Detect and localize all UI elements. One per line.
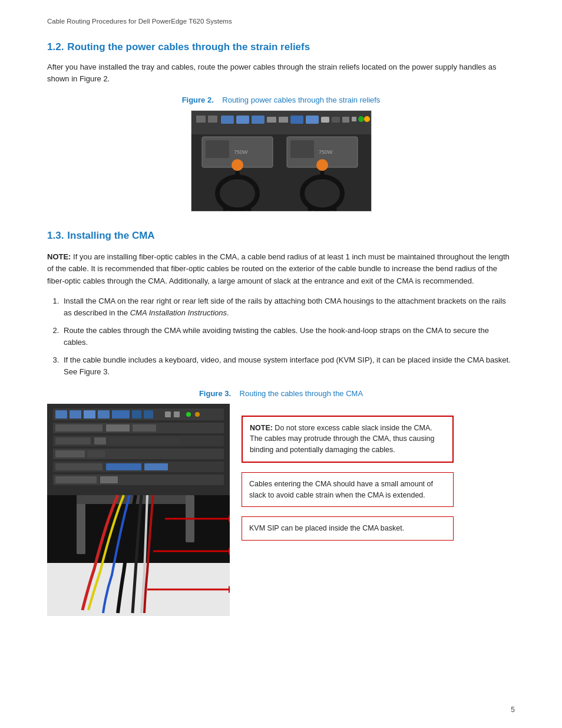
figure-2-container: Figure 2. Routing power cables through t…	[47, 95, 515, 213]
svg-marker-74	[229, 586, 230, 593]
callout-2: Cables entering the CMA should have a sm…	[242, 472, 454, 508]
svg-rect-1	[196, 116, 206, 123]
figure-3-caption: Figure 3. Routing the cables through the…	[199, 389, 363, 398]
svg-marker-70	[229, 515, 230, 522]
callout-2-body: Cables entering the CMA should have a sm…	[249, 480, 433, 499]
figure-3-area: Figure 3. Routing the cables through the…	[47, 389, 515, 616]
page-number: 5	[511, 706, 515, 714]
callout-1: NOTE: Do not store excess cable slack in…	[242, 416, 454, 463]
svg-rect-60	[144, 463, 168, 470]
svg-rect-35	[55, 410, 67, 419]
svg-point-22	[232, 159, 243, 171]
svg-line-26	[224, 208, 227, 211]
svg-rect-9	[306, 116, 319, 124]
svg-line-31	[333, 208, 336, 211]
callout-3-body: KVM SIP can be placed inside the CMA bas…	[249, 524, 404, 532]
svg-rect-43	[174, 411, 180, 417]
svg-rect-10	[321, 117, 329, 123]
callout-1-body: Do not store excess cable slack inside t…	[250, 424, 434, 454]
svg-rect-53	[109, 437, 180, 444]
step-3-text: If the cable bundle includes a keyboard,…	[64, 355, 511, 376]
callout-3: KVM SIP can be placed inside the CMA bas…	[242, 516, 454, 541]
breadcrumb-text: Cable Routing Procedures for Dell PowerE…	[47, 18, 232, 25]
breadcrumb: Cable Routing Procedures for Dell PowerE…	[47, 18, 515, 25]
svg-rect-13	[352, 117, 356, 121]
step-1-after: .	[227, 308, 229, 317]
svg-rect-7	[279, 117, 288, 123]
svg-text:750W: 750W	[319, 149, 333, 155]
svg-rect-52	[94, 437, 106, 444]
svg-point-44	[186, 412, 191, 417]
figure-2-image-box: 750W 750W	[191, 110, 372, 212]
callouts-column: NOTE: Do not store excess cable slack in…	[242, 404, 515, 551]
step-1-italic: CMA Installation Instructions	[130, 308, 227, 317]
figure-3-svg	[47, 404, 230, 616]
figure-3-title: Routing the cables through the CMA	[240, 389, 363, 398]
svg-rect-8	[290, 116, 303, 124]
svg-rect-51	[55, 437, 91, 444]
svg-point-14	[358, 116, 364, 122]
svg-rect-41	[144, 410, 153, 419]
svg-rect-37	[84, 410, 95, 419]
figure-3-image	[47, 404, 230, 616]
svg-rect-3	[221, 116, 234, 124]
figure-2-svg: 750W 750W	[191, 111, 371, 211]
svg-rect-12	[342, 117, 349, 123]
section-13-note: NOTE: If you are installing fiber-optic …	[47, 251, 515, 286]
section-12-heading: 1.2.Routing the power cables through the…	[47, 41, 515, 53]
figure-3-content: NOTE: Do not store excess cable slack in…	[47, 404, 515, 616]
svg-point-15	[364, 116, 370, 122]
svg-rect-63	[100, 476, 118, 483]
svg-point-28	[302, 177, 342, 210]
section-12-number: 1.2.	[47, 41, 64, 52]
svg-point-23	[316, 159, 328, 171]
svg-rect-39	[112, 410, 130, 419]
svg-rect-48	[106, 424, 130, 431]
step-3: If the cable bundle includes a keyboard,…	[61, 354, 515, 378]
svg-rect-42	[165, 411, 171, 417]
svg-rect-47	[55, 424, 103, 431]
section-13-heading: 1.3.Installing the CMA	[47, 230, 515, 242]
step-1: Install the CMA on the rear right or rea…	[61, 295, 515, 319]
figure-2-caption: Figure 2. Routing power cables through t…	[47, 95, 515, 104]
note-body: If you are installing fiber-optic cables…	[47, 252, 510, 285]
svg-rect-38	[98, 410, 110, 419]
svg-rect-36	[70, 410, 81, 419]
svg-rect-40	[132, 410, 141, 419]
note-prefix: NOTE:	[47, 252, 71, 261]
svg-rect-62	[55, 476, 97, 483]
page-wrapper: Cable Routing Procedures for Dell PowerE…	[0, 0, 562, 728]
section-12-title: Routing the power cables through the str…	[67, 41, 310, 52]
svg-rect-55	[55, 450, 85, 457]
svg-line-27	[247, 208, 250, 211]
step-2: Route the cables through the CMA while a…	[61, 325, 515, 348]
svg-marker-72	[229, 548, 230, 555]
svg-rect-4	[236, 116, 249, 124]
svg-rect-56	[87, 450, 105, 457]
figure-2-label: Figure 2.	[182, 95, 214, 104]
svg-rect-11	[332, 117, 340, 123]
svg-rect-59	[106, 463, 141, 470]
svg-rect-49	[133, 424, 156, 431]
figure-2-title: Routing power cables through the strain …	[222, 95, 380, 104]
svg-point-45	[195, 412, 200, 417]
callout-1-title: NOTE:	[250, 424, 275, 432]
section-12-body: After you have installed the tray and ca…	[47, 61, 515, 85]
svg-point-24	[217, 177, 257, 210]
svg-rect-2	[208, 116, 217, 123]
steps-list: Install the CMA on the rear right or rea…	[61, 295, 515, 378]
svg-rect-20	[290, 140, 314, 158]
step-2-text: Route the cables through the CMA while a…	[64, 326, 489, 347]
svg-text:750W: 750W	[234, 149, 248, 155]
svg-rect-58	[55, 463, 103, 470]
svg-rect-5	[252, 116, 265, 124]
svg-line-30	[309, 208, 312, 211]
section-13-number: 1.3.	[47, 230, 64, 241]
svg-rect-6	[267, 117, 276, 123]
svg-rect-17	[206, 140, 229, 158]
figure-3-label: Figure 3.	[199, 389, 231, 398]
section-13-title: Installing the CMA	[67, 230, 154, 241]
